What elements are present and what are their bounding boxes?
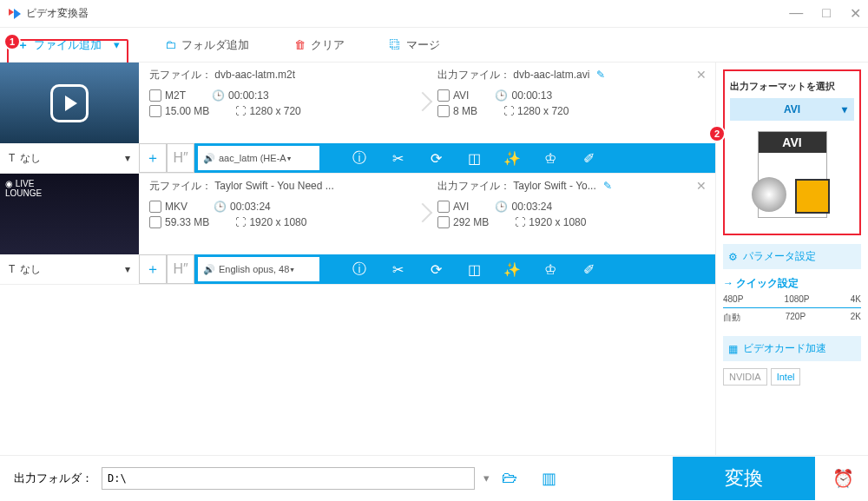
watermark-icon[interactable]: ♔ [531,254,569,284]
convert-button[interactable]: 変換 [673,457,815,500]
source-info: 元ファイル： Taylor Swift - You Need ... MKV 🕒… [139,174,427,254]
minimize-button[interactable]: — [789,5,803,22]
output-info: 出力ファイル： Taylor Swift - Yo...✎ AVI 🕒 00:0… [427,174,715,254]
sliders-icon: ⚙ [728,251,738,263]
format-section-title: 出力フォーマットを選択 [730,80,854,93]
parameter-settings-button[interactable]: ⚙ パラメータ設定 [723,244,861,269]
video-thumbnail[interactable]: ◉ LIVELOUNGE [0,174,139,254]
reso-1080p[interactable]: 1080P [785,294,810,304]
sidebar: 出力フォーマットを選択 AVI ▾ AVI ⚙ パラメータ設定 → クイック設定… [716,63,868,455]
clock-icon: 🕒 [214,201,227,213]
chevron-down-icon[interactable]: ▾ [483,471,490,485]
rotate-icon[interactable]: ⟳ [417,143,455,173]
clock-icon: 🕒 [495,201,508,213]
resolution-icon: ⛶ [235,216,246,228]
file-list: 元ファイル： dvb-aac-latm.m2t M2T 🕒 00:00:13 1… [0,63,716,455]
subtitle-edit-icon[interactable]: ✐ [569,143,608,173]
effect-icon[interactable]: ✨ [493,254,531,284]
folder-plus-icon: 🗀 [165,38,176,51]
clock-icon: 🕒 [495,89,508,102]
clear-button[interactable]: 🗑 クリア [287,34,352,56]
output-info: 出力ファイル： dvb-aac-latm.avi✎ AVI 🕒 00:00:13… [427,63,715,143]
close-button[interactable]: ✕ [850,5,861,22]
window-title: ビデオ変換器 [26,6,89,21]
subtitle-select[interactable]: T なし▾ [0,143,139,173]
callout-2: 2 [708,125,726,142]
crop-icon[interactable]: ◫ [455,143,493,173]
chip-icon: ▦ [728,343,738,355]
clock-icon: 🕒 [212,89,225,102]
title-bar: ビデオ変換器 — □ ✕ [0,0,868,28]
gpu-nvidia[interactable]: NVIDIA [723,368,767,386]
open-output-icon[interactable]: ▥ [542,469,556,488]
reso-720p[interactable]: 720P [786,312,806,324]
folder-icon [149,216,161,228]
format-preview-icon: AVI [733,124,851,225]
chevron-down-icon: ▾ [114,38,120,51]
rotate-icon[interactable]: ⟳ [417,254,455,284]
add-subtitle-button[interactable]: ＋ [139,254,167,284]
footer: 出力フォルダ： ▾ 🗁 ▥ 変換 ⏰ [0,455,868,500]
add-folder-button[interactable]: 🗀 フォルダ追加 [158,34,256,56]
item-toolbar: T なし▾ ＋ H″ 🔊 aac_latm (HE-A ▾ ⓘ ✂ ⟳ ◫ ✨ … [0,143,715,173]
watermark-icon[interactable]: ♔ [531,143,569,173]
resolution-icon: ⛶ [503,105,514,117]
reso-auto[interactable]: 自動 [723,312,740,324]
info-icon[interactable]: ⓘ [340,254,378,284]
merge-button[interactable]: ⿻ マージ [383,34,447,56]
audio-track-select[interactable]: 🔊 English opus, 48 ▾ [198,257,319,281]
quick-settings-title: → クイック設定 [723,276,861,291]
reso-2k[interactable]: 2K [851,312,861,324]
gpu-intel[interactable]: Intel [771,368,801,386]
cut-icon[interactable]: ✂ [378,143,417,173]
remove-item-button[interactable]: ✕ [696,68,707,82]
folder-icon [149,105,161,117]
disc-icon [149,201,161,213]
edit-icon[interactable]: ✎ [603,180,612,192]
merge-icon: ⿻ [390,38,401,51]
output-folder-input[interactable] [102,467,475,490]
reso-4k[interactable]: 4K [851,294,861,304]
scheduler-icon[interactable]: ⏰ [832,468,854,489]
info-icon[interactable]: ⓘ [340,143,378,173]
file-item: 元ファイル： dvb-aac-latm.m2t M2T 🕒 00:00:13 1… [0,63,715,174]
hardcode-button[interactable]: H″ [167,143,194,173]
edit-icon[interactable]: ✎ [596,69,605,81]
reso-480p[interactable]: 480P [723,294,743,304]
play-icon [50,84,89,122]
film-icon [795,179,830,214]
browse-folder-icon[interactable]: 🗁 [502,469,517,487]
add-subtitle-button[interactable]: ＋ [139,143,167,173]
cut-icon[interactable]: ✂ [378,254,417,284]
disc-icon [437,89,450,102]
hardcode-button[interactable]: H″ [167,254,194,284]
source-filename: dvb-aac-latm.m2t [214,69,295,81]
effect-icon[interactable]: ✨ [493,143,531,173]
app-logo-icon [7,7,21,21]
callout-1: 1 [3,33,21,50]
item-toolbar: T なし▾ ＋ H″ 🔊 English opus, 48 ▾ ⓘ ✂ ⟳ ◫ … [0,254,715,284]
disc-icon [149,89,161,102]
output-folder-label: 出力フォルダ： [14,471,93,486]
disc-icon [437,201,450,213]
output-filename: dvb-aac-latm.avi [513,69,589,81]
add-file-button[interactable]: ＋ ファイル追加 ▾ [10,34,127,56]
remove-item-button[interactable]: ✕ [696,179,707,193]
resolution-icon: ⛶ [235,105,246,117]
audio-track-select[interactable]: 🔊 aac_latm (HE-A ▾ [198,146,319,170]
main-toolbar: ＋ ファイル追加 ▾ 🗀 フォルダ追加 🗑 クリア ⿻ マージ [0,28,868,63]
chevron-down-icon: ▾ [842,103,847,115]
video-thumbnail[interactable] [0,63,139,143]
file-item: ◉ LIVELOUNGE 元ファイル： Taylor Swift - You N… [0,174,715,285]
crop-icon[interactable]: ◫ [455,254,493,284]
gpu-accel-button[interactable]: ▦ ビデオカード加速 [723,336,861,361]
source-filename: Taylor Swift - You Need ... [214,180,333,192]
output-filename: Taylor Swift - Yo... [513,180,595,192]
trash-icon: 🗑 [294,38,306,51]
source-info: 元ファイル： dvb-aac-latm.m2t M2T 🕒 00:00:13 1… [139,63,427,143]
disc-icon [752,177,786,212]
subtitle-select[interactable]: T なし▾ [0,254,139,284]
output-format-select[interactable]: AVI ▾ [730,98,854,121]
maximize-button[interactable]: □ [822,5,831,22]
subtitle-edit-icon[interactable]: ✐ [569,254,608,284]
